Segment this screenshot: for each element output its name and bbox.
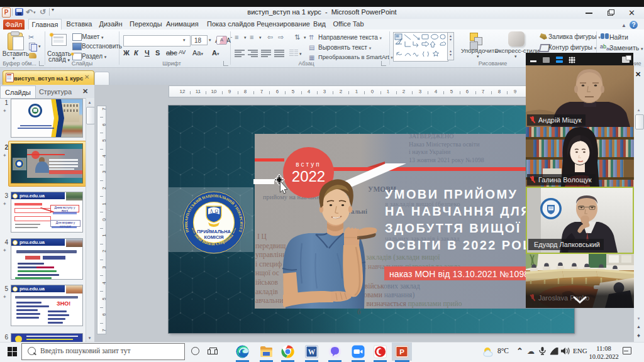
svg-text:КОМІСІЯ: КОМІСІЯ xyxy=(204,234,223,240)
svg-text:W: W xyxy=(308,348,316,356)
svg-text:P: P xyxy=(399,348,404,356)
svg-text:Ω: Ω xyxy=(215,209,219,214)
svg-text:Λ: Λ xyxy=(210,209,214,214)
svg-text:ПРИЙМАЛЬНА: ПРИЙМАЛЬНА xyxy=(197,229,231,234)
